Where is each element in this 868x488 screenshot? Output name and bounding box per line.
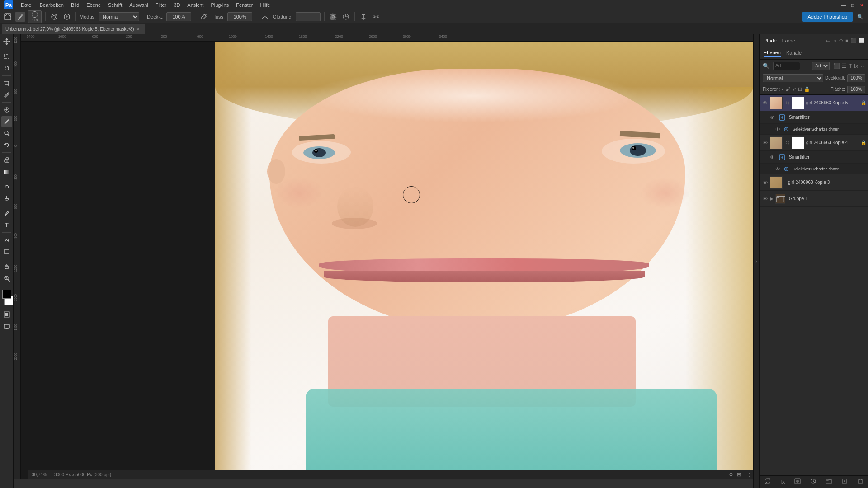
fix-artboard-icon[interactable]: ⊞ bbox=[798, 86, 802, 92]
airbrush-icon[interactable] bbox=[199, 12, 209, 22]
dodge-tool[interactable] bbox=[1, 193, 12, 204]
minimize-button[interactable]: — bbox=[839, 0, 848, 9]
close-button[interactable]: ✕ bbox=[857, 0, 866, 9]
shape-filled-rect-icon[interactable]: ■ bbox=[845, 38, 848, 43]
layer-item-kopie5[interactable]: 👁 ⛓ girl-2406963 Kopie 5 🔒 bbox=[760, 95, 868, 111]
menu-item-bearbeiten[interactable]: Bearbeiten bbox=[36, 1, 67, 9]
opacity-input[interactable] bbox=[166, 12, 191, 21]
layer-lock-kopie4[interactable]: 🔒 bbox=[861, 140, 866, 145]
brush-tool-icon[interactable] bbox=[15, 12, 25, 22]
smoothing-input[interactable] bbox=[296, 12, 321, 21]
maximize-button[interactable]: □ bbox=[848, 0, 857, 9]
text-tool[interactable]: T bbox=[1, 220, 12, 230]
menu-item-bild[interactable]: Bild bbox=[67, 1, 83, 9]
heal-tool[interactable] bbox=[1, 104, 12, 115]
screen-mode-tool[interactable] bbox=[1, 321, 12, 332]
smoothing-icon[interactable] bbox=[260, 12, 270, 22]
search-icon-top[interactable]: 🔍 bbox=[855, 12, 865, 22]
menu-item-fenster[interactable]: Fenster bbox=[232, 1, 256, 9]
ebenen-tab[interactable]: Ebenen bbox=[764, 50, 781, 57]
shape-dotted-rect-icon[interactable]: ⬜ bbox=[859, 38, 864, 43]
mode-select[interactable]: Normal bbox=[99, 12, 139, 21]
pfade-tab[interactable]: Pfade bbox=[764, 38, 777, 43]
fix-move-icon[interactable]: ⤢ bbox=[792, 86, 796, 92]
tab-close-button[interactable]: × bbox=[137, 27, 140, 32]
layer-filter-input[interactable] bbox=[773, 62, 800, 70]
add-adjustment-button[interactable] bbox=[808, 477, 818, 487]
sharpener1-menu[interactable]: ⋯ bbox=[862, 127, 866, 131]
menu-item-3d[interactable]: 3D bbox=[170, 1, 184, 9]
layer-text-icon[interactable]: T bbox=[849, 63, 852, 69]
layer-kind-icon[interactable]: ⬛ bbox=[833, 63, 840, 69]
canvas-area[interactable]: 30,71% 3000 Px x 5000 Px (300 ppi) ⚙ ⊞ ⛶ bbox=[21, 42, 753, 479]
layer-eye-sharpener1[interactable]: 👁 bbox=[774, 127, 781, 132]
gradient-tool[interactable] bbox=[1, 166, 12, 177]
layer-eye-sharpener2[interactable]: 👁 bbox=[774, 166, 781, 172]
brush-preset-icon[interactable] bbox=[49, 12, 59, 22]
layer-eye-kopie4[interactable]: 👁 bbox=[762, 140, 768, 145]
history-brush-tool[interactable] bbox=[1, 140, 12, 150]
layer-item-sharpener2[interactable]: 👁 Selektiver Scharfzeichner ⋯ bbox=[760, 164, 868, 174]
crop-tool[interactable] bbox=[1, 78, 12, 89]
layer-adjust-icon[interactable]: ☰ bbox=[842, 63, 847, 69]
add-mask-button[interactable] bbox=[793, 477, 802, 487]
layer-eye-gruppe1[interactable]: 👁 bbox=[762, 196, 768, 202]
layer-item-gruppe1[interactable]: 👁 ▶ Gruppe 1 bbox=[760, 191, 868, 207]
shape-tool[interactable] bbox=[1, 246, 12, 257]
canvas-image[interactable] bbox=[215, 42, 753, 479]
layer-eye-smartfilter2[interactable]: 👁 bbox=[769, 155, 775, 160]
zoom-tool[interactable] bbox=[1, 273, 12, 284]
rect-select-tool[interactable] bbox=[1, 51, 12, 62]
flache-input[interactable] bbox=[847, 86, 865, 93]
layer-item-kopie3[interactable]: 👁 girl-2406963 Kopie 3 bbox=[760, 174, 868, 191]
lasso-tool[interactable] bbox=[1, 63, 12, 74]
document-tab[interactable]: Unbenannt-1 bei 27,9% (girl-2406963 Kopi… bbox=[2, 24, 145, 34]
brush-settings-icon[interactable] bbox=[62, 12, 72, 22]
delete-layer-button[interactable] bbox=[855, 477, 865, 487]
blur-tool[interactable] bbox=[1, 181, 12, 192]
brush-tool-left[interactable] bbox=[1, 116, 12, 127]
layer-lock-kopie5[interactable]: 🔒 bbox=[861, 100, 866, 105]
eyedropper-tool[interactable] bbox=[1, 89, 12, 100]
link-layers-button[interactable] bbox=[763, 477, 773, 487]
butterfly-icon[interactable] bbox=[371, 12, 381, 22]
layer-type-select[interactable]: Art bbox=[812, 62, 830, 70]
create-group-button[interactable] bbox=[824, 477, 834, 487]
menu-item-hilfe[interactable]: Hilfe bbox=[256, 1, 274, 9]
eraser-tool[interactable] bbox=[1, 155, 12, 165]
blend-mode-select[interactable]: Normal bbox=[763, 74, 823, 82]
home-tool-icon[interactable] bbox=[3, 12, 13, 22]
layer-eye-smartfilter1[interactable]: 👁 bbox=[769, 115, 775, 120]
layer-effect-icon[interactable]: fx bbox=[854, 63, 858, 69]
menu-item-plugins[interactable]: Plug-ins bbox=[207, 1, 232, 9]
quick-mask-tool[interactable] bbox=[1, 309, 12, 320]
menu-item-filter[interactable]: Filter bbox=[152, 1, 170, 9]
status-fullscreen-icon[interactable]: ⛶ bbox=[745, 472, 750, 478]
shape-rect-icon[interactable]: ▭ bbox=[826, 38, 830, 43]
layer-item-smartfilter2[interactable]: 👁 Smartfilter bbox=[760, 151, 868, 164]
layer-item-smartfilter1[interactable]: 👁 Smartfilter bbox=[760, 111, 868, 124]
menu-item-ebene[interactable]: Ebene bbox=[83, 1, 104, 9]
symmetry-icon[interactable] bbox=[359, 12, 368, 22]
status-expand-icon[interactable]: ⊞ bbox=[737, 472, 741, 478]
sharpener2-menu[interactable]: ⋯ bbox=[862, 166, 866, 171]
share-button[interactable]: Adobe Photoshop bbox=[802, 12, 853, 22]
menu-item-auswahl[interactable]: Auswahl bbox=[126, 1, 152, 9]
path-select-tool[interactable] bbox=[1, 235, 12, 245]
layer-item-kopie4[interactable]: 👁 ⛓ girl-2406963 Kopie 4 🔒 bbox=[760, 135, 868, 151]
move-tool[interactable] bbox=[1, 36, 12, 47]
shape-circle-icon[interactable]: ○ bbox=[833, 38, 836, 43]
layer-resize-icon[interactable]: ↔ bbox=[860, 63, 865, 69]
add-style-button[interactable]: fx bbox=[778, 478, 787, 486]
shape-diamond-icon[interactable]: ◇ bbox=[839, 38, 843, 43]
settings-icon[interactable] bbox=[328, 12, 338, 22]
menu-item-datei[interactable]: Datei bbox=[17, 1, 36, 9]
layer-search-icon[interactable]: 🔍 bbox=[763, 63, 769, 69]
menu-item-ansicht[interactable]: Ansicht bbox=[184, 1, 207, 9]
fix-transparent-icon[interactable]: ▪ bbox=[782, 86, 783, 92]
shape-filled-circle-icon[interactable]: ⬛ bbox=[851, 38, 856, 43]
flow-input[interactable] bbox=[227, 12, 252, 21]
status-settings-icon[interactable]: ⚙ bbox=[729, 472, 733, 478]
fix-lock-icon[interactable]: 🔒 bbox=[804, 86, 810, 92]
farbe-tab[interactable]: Farbe bbox=[782, 38, 795, 43]
